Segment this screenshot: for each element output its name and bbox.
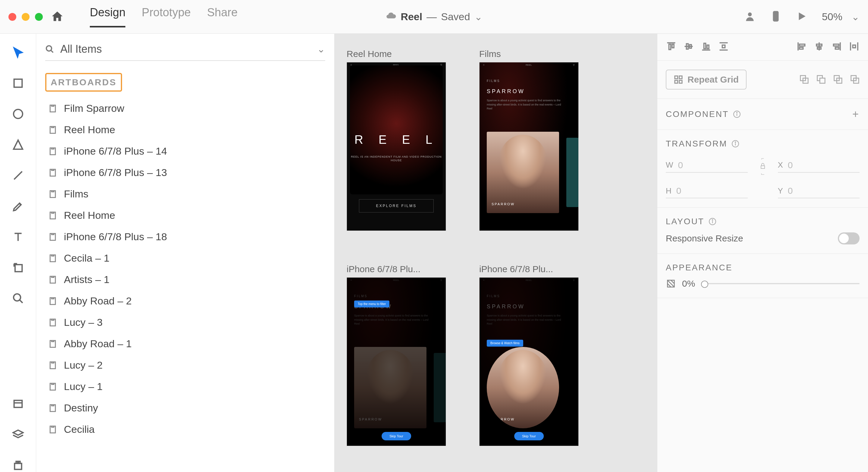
property-inspector: Repeat Grid COMPONENT + TRANSFORM bbox=[657, 34, 868, 472]
maximize-window-button[interactable] bbox=[35, 13, 43, 21]
svg-rect-67 bbox=[820, 78, 825, 83]
svg-rect-56 bbox=[835, 47, 839, 49]
artboard-preview[interactable]: ≡REEL⚲ FILMS SPARROW Sparrow is about a … bbox=[347, 277, 446, 446]
ellipse-tool[interactable] bbox=[11, 107, 25, 121]
artboard-list-item[interactable]: Lucy – 1 bbox=[41, 376, 330, 397]
distribute-vertical-icon[interactable] bbox=[718, 41, 729, 53]
align-middle-icon[interactable] bbox=[683, 41, 694, 53]
artboard-list-item[interactable]: Artists – 1 bbox=[41, 269, 330, 290]
info-icon[interactable] bbox=[733, 110, 741, 118]
zoom-dropdown[interactable]: 50% ⌄ bbox=[822, 11, 860, 23]
artboard-label[interactable]: Reel Home bbox=[347, 49, 446, 59]
artboard-list-item[interactable]: Films bbox=[41, 183, 330, 204]
svg-rect-50 bbox=[800, 47, 803, 49]
opacity-value[interactable]: 0% bbox=[682, 279, 695, 289]
artboard-list-item[interactable]: Lucy – 2 bbox=[41, 354, 330, 376]
pen-tool[interactable] bbox=[11, 199, 25, 213]
info-icon[interactable] bbox=[709, 218, 716, 225]
zoom-tool[interactable] bbox=[11, 292, 25, 305]
close-window-button[interactable] bbox=[8, 13, 16, 21]
home-button[interactable] bbox=[50, 10, 64, 24]
minimize-window-button[interactable] bbox=[22, 13, 30, 21]
line-tool[interactable] bbox=[11, 169, 25, 182]
artboard-preview[interactable]: ≡REEL⚲ R E E L REEL IS AN INDEPENDENT FI… bbox=[347, 62, 446, 231]
text-tool[interactable] bbox=[11, 230, 25, 244]
user-avatar-icon[interactable] bbox=[744, 10, 755, 23]
responsive-resize-toggle[interactable] bbox=[838, 232, 860, 245]
align-left-icon[interactable] bbox=[796, 41, 807, 53]
repeat-grid-button[interactable]: Repeat Grid bbox=[666, 70, 747, 90]
chevron-down-icon[interactable]: ⌄ bbox=[317, 43, 325, 55]
tab-prototype[interactable]: Prototype bbox=[142, 6, 191, 27]
artboard-list-item[interactable]: Reel Home bbox=[41, 119, 330, 140]
info-icon[interactable] bbox=[732, 140, 739, 148]
opacity-icon bbox=[666, 279, 676, 289]
artboard-iphone-1[interactable]: iPhone 6/7/8 Plu... ≡REEL⚲ FILMS SPARROW… bbox=[347, 264, 446, 446]
chevron-down-icon[interactable]: ⌄ bbox=[474, 11, 483, 23]
align-top-icon[interactable] bbox=[666, 41, 677, 53]
layers-panel-icon[interactable] bbox=[11, 428, 25, 441]
height-field[interactable]: H0 bbox=[666, 186, 748, 198]
artboard-list-item[interactable]: Destiny bbox=[41, 397, 330, 419]
artboard-list-item[interactable]: Cecila – 1 bbox=[41, 247, 330, 269]
alignment-controls bbox=[657, 34, 868, 61]
artboard-list-item[interactable]: Abby Road – 2 bbox=[41, 290, 330, 312]
reel-title: R E E L bbox=[347, 133, 446, 147]
artboard-list-item[interactable]: Lucy – 3 bbox=[41, 312, 330, 333]
distribute-horizontal-icon[interactable] bbox=[849, 41, 860, 53]
boolean-subtract-icon[interactable] bbox=[815, 74, 826, 85]
play-preview-icon[interactable] bbox=[796, 10, 807, 23]
svg-point-77 bbox=[735, 142, 736, 143]
opacity-slider[interactable] bbox=[701, 283, 860, 284]
boolean-intersect-icon[interactable] bbox=[832, 74, 843, 85]
assets-panel-icon[interactable] bbox=[11, 397, 25, 410]
artboard-list-item[interactable]: Cecilia bbox=[41, 419, 330, 440]
svg-rect-17 bbox=[19, 462, 20, 464]
plugins-panel-icon[interactable] bbox=[11, 459, 25, 472]
artboard-tool[interactable] bbox=[11, 261, 25, 274]
x-field[interactable]: X0 bbox=[778, 160, 860, 173]
artboard-label[interactable]: Films bbox=[479, 49, 579, 59]
svg-rect-37 bbox=[669, 44, 671, 50]
select-tool[interactable] bbox=[11, 46, 25, 59]
device-preview-icon[interactable] bbox=[770, 10, 781, 23]
svg-rect-59 bbox=[853, 45, 856, 48]
artboard-label[interactable]: iPhone 6/7/8 Plu... bbox=[347, 264, 446, 274]
appearance-heading: APPEARANCE bbox=[666, 263, 733, 273]
svg-rect-47 bbox=[722, 45, 725, 48]
artboard-iphone-2[interactable]: iPhone 6/7/8 Plu... ≡REEL⚲ FILMS SPARROW… bbox=[479, 264, 579, 446]
tab-design[interactable]: Design bbox=[90, 6, 125, 27]
artboard-list-item[interactable]: Film Sparrow bbox=[41, 98, 330, 119]
artboard-preview[interactable]: ≡REEL⚲ FILMS SPARROW Sparrow is about a … bbox=[479, 62, 579, 231]
zoom-value: 50% bbox=[822, 11, 842, 23]
artboard-preview[interactable]: ≡REEL⚲ FILMS SPARROW Sparrow is about a … bbox=[479, 277, 579, 446]
polygon-tool[interactable] bbox=[11, 138, 25, 151]
align-right-icon[interactable] bbox=[831, 41, 842, 53]
document-name: Reel bbox=[401, 11, 422, 23]
boolean-add-icon[interactable] bbox=[799, 74, 809, 85]
artboard-list-item[interactable]: Reel Home bbox=[41, 204, 330, 226]
svg-rect-43 bbox=[704, 43, 706, 49]
boolean-exclude-icon[interactable] bbox=[849, 74, 860, 85]
align-center-icon[interactable] bbox=[814, 41, 825, 53]
rectangle-tool[interactable] bbox=[11, 76, 25, 90]
align-bottom-icon[interactable] bbox=[701, 41, 712, 53]
artboard-label[interactable]: iPhone 6/7/8 Plu... bbox=[479, 264, 579, 274]
y-field[interactable]: Y0 bbox=[778, 186, 860, 198]
artboard-list-item[interactable]: Abby Road – 1 bbox=[41, 333, 330, 354]
artboard-reel-home[interactable]: Reel Home ≡REEL⚲ R E E L REEL IS AN INDE… bbox=[347, 49, 446, 231]
layer-search[interactable]: All Items ⌄ bbox=[45, 43, 325, 61]
canvas[interactable]: Reel Home ≡REEL⚲ R E E L REEL IS AN INDE… bbox=[335, 34, 657, 472]
tab-share[interactable]: Share bbox=[207, 6, 238, 27]
document-title[interactable]: Reel — Saved ⌄ bbox=[385, 10, 482, 24]
artboard-films[interactable]: Films ≡REEL⚲ FILMS SPARROW Sparrow is ab… bbox=[479, 49, 579, 231]
artboard-list-item[interactable]: iPhone 6/7/8 Plus – 13 bbox=[41, 162, 330, 183]
svg-rect-13 bbox=[14, 400, 22, 407]
search-filter-label: All Items bbox=[60, 43, 311, 56]
layers-panel: All Items ⌄ ARTBOARDS Film SparrowReel H… bbox=[36, 34, 335, 472]
width-field[interactable]: W0 bbox=[666, 160, 748, 173]
lock-aspect-button[interactable]: ⌐⌙ bbox=[754, 156, 772, 177]
artboard-list-item[interactable]: iPhone 6/7/8 Plus – 14 bbox=[41, 140, 330, 162]
artboard-list-item[interactable]: iPhone 6/7/8 Plus – 18 bbox=[41, 226, 330, 247]
add-component-button[interactable]: + bbox=[852, 108, 860, 121]
